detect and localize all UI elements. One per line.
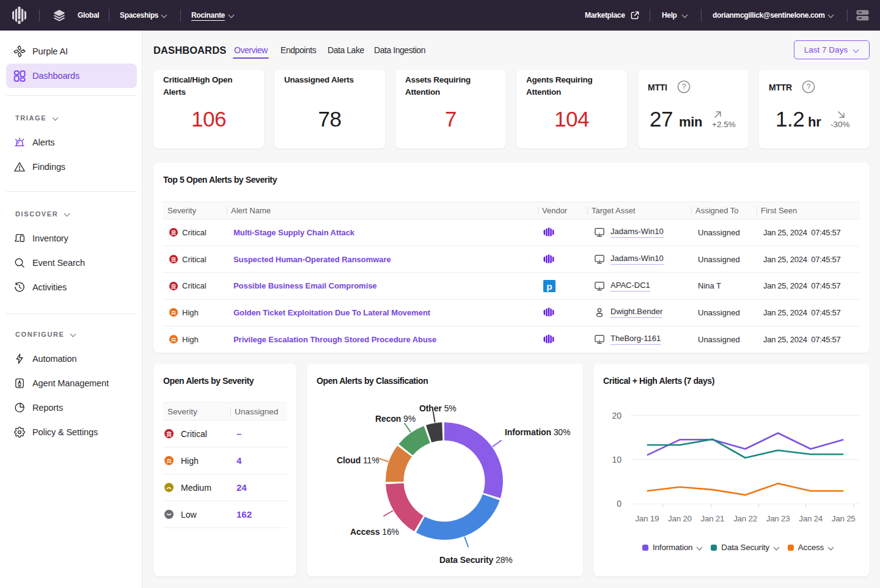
svg-text:20: 20 (612, 411, 622, 421)
svg-text:0: 0 (617, 499, 622, 509)
svg-text:?: ? (682, 83, 686, 91)
svg-text:Jan 23: Jan 23 (766, 514, 790, 523)
svg-text:Jan 24: Jan 24 (799, 514, 823, 523)
svg-text:Information 30%: Information 30% (505, 427, 570, 437)
svg-text:Jan 19: Jan 19 (635, 514, 659, 523)
svg-text:10: 10 (612, 455, 622, 465)
svg-text:Other 5%: Other 5% (419, 403, 457, 413)
svg-text:?: ? (807, 83, 811, 91)
svg-text:Recon 9%: Recon 9% (375, 414, 416, 424)
svg-text:Jan 22: Jan 22 (733, 514, 757, 523)
svg-text:Cloud 11%: Cloud 11% (337, 455, 380, 465)
svg-text:Jan 25: Jan 25 (832, 514, 856, 523)
svg-text:Jan 21: Jan 21 (701, 514, 725, 523)
svg-text:p: p (546, 281, 552, 292)
svg-text:Jan 20: Jan 20 (668, 514, 692, 523)
svg-text:Access 16%: Access 16% (350, 527, 399, 537)
svg-text:Data Security 28%: Data Security 28% (439, 555, 513, 565)
